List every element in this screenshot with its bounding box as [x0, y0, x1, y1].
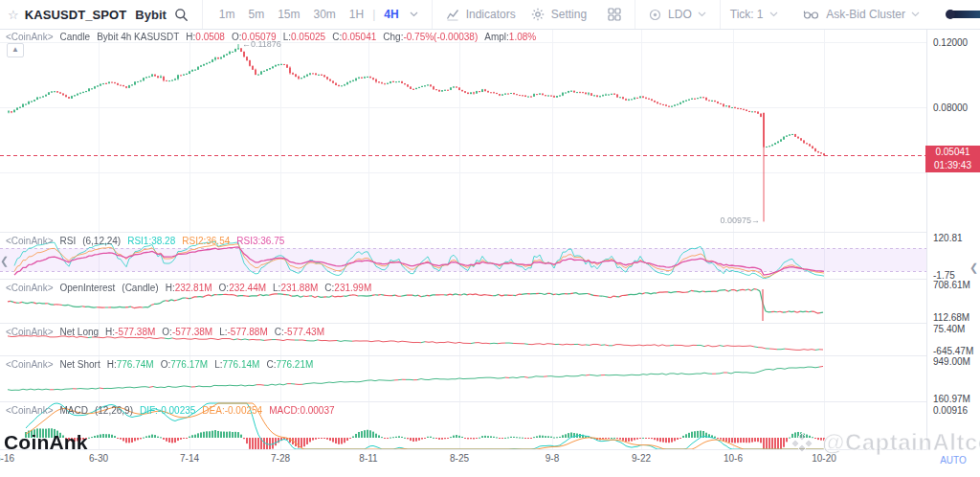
netshort-axis-label: 949.00M	[933, 356, 970, 367]
time-axis-label: 9-22	[632, 453, 651, 464]
netshort-axis-label: 160.97M	[933, 394, 970, 404]
rsi2-value: RSI2:36.54	[182, 236, 230, 246]
heatmap-scale-slider[interactable]	[948, 11, 980, 18]
last-price-badge: 0.05041	[925, 146, 980, 159]
diamond-logo-icon	[791, 431, 813, 454]
timeframe-divider: |	[372, 8, 375, 21]
macd-value: MACD:0.00037	[269, 405, 334, 416]
panel-separator[interactable]	[0, 279, 980, 280]
timeframe-4h-selected[interactable]: 4H	[384, 8, 398, 21]
legend-name: Net Short	[59, 359, 100, 370]
auto-scale-toggle[interactable]: AUTO	[926, 455, 980, 466]
rsi1-value: RSI1:38.28	[127, 236, 175, 246]
chevron-down-icon[interactable]	[698, 11, 706, 17]
scroll-left-handle[interactable]: ❮	[0, 255, 9, 267]
gear-icon[interactable]	[531, 8, 545, 21]
legend-source: <CoinAnk>	[6, 32, 53, 42]
macd-legend: <CoinAnk> MACD (12,26,9) DIF:-0.00235 DE…	[6, 405, 335, 416]
legend-meta: Bybit 4h KASUSDT	[97, 32, 179, 42]
time-axis-label: 6-30	[89, 453, 108, 464]
timeframe-15m[interactable]: 15m	[278, 8, 300, 21]
tick-value[interactable]: 1	[757, 8, 764, 21]
heatmap-gradient-bar[interactable]	[948, 11, 980, 18]
candle-countdown-badge: 01:39:43	[925, 159, 980, 172]
indicators-icon[interactable]	[446, 9, 459, 21]
rsi3-value: RSI3:36.75	[236, 236, 284, 246]
favorite-star-icon[interactable]: ☆	[8, 8, 19, 22]
goggles-icon	[803, 9, 819, 20]
timeframe-1m[interactable]: 1m	[219, 8, 235, 21]
ldo-selector[interactable]: LDO	[668, 8, 692, 21]
rsi-legend: <CoinAnk> RSI (6,12,24) RSI1:38.28 RSI2:…	[6, 236, 284, 246]
ldo-group: LDO	[635, 0, 710, 29]
setting-button[interactable]: Setting	[551, 8, 587, 21]
time-axis-label: 9-8	[546, 453, 559, 464]
legend-name: Candle	[59, 32, 90, 42]
timeframe-5m[interactable]: 5m	[249, 8, 265, 21]
legend-name: Net Long	[59, 327, 99, 337]
time-axis-label: 10-6	[724, 453, 743, 464]
chevron-down-icon[interactable]	[769, 11, 778, 17]
time-axis-label: 8-25	[450, 453, 469, 464]
tick-group: Tick: 1	[720, 0, 783, 29]
price-axis-label: 0.12000	[933, 37, 968, 48]
timeframe-group: 1m 5m 15m 30m 1H | 4H	[202, 0, 422, 29]
dif-value: DIF:-0.00235	[140, 405, 195, 416]
askbid-cluster-toggle[interactable]: Ask-Bid Cluster	[826, 8, 905, 21]
legend-source: <CoinAnk>	[6, 236, 53, 246]
legend-source: <CoinAnk>	[6, 327, 53, 337]
net-short-legend: <CoinAnk> Net Short H:776.74M O:776.17M …	[6, 359, 313, 370]
timeframe-1h[interactable]: 1H	[349, 8, 364, 21]
coin-icon	[649, 9, 661, 21]
chevron-down-icon[interactable]	[410, 11, 418, 17]
tick-label: Tick:	[730, 8, 754, 21]
legend-source: <CoinAnk>	[6, 405, 53, 416]
net-long-legend: <CoinAnk> Net Long H:-577.38M O:-577.38M…	[6, 327, 324, 337]
chevron-down-icon[interactable]	[911, 11, 920, 17]
chart-area: <CoinAnk> Candle Bybit 4h KASUSDT H:0.05…	[0, 29, 980, 469]
panel-separator[interactable]	[0, 401, 980, 402]
netlong-axis-label: -645.47M	[933, 346, 973, 356]
timeframe-30m[interactable]: 30m	[314, 8, 336, 21]
panel-separator[interactable]	[0, 355, 980, 356]
askbid-group: Ask-Bid Cluster	[799, 0, 924, 29]
time-axis-label: 8-11	[359, 453, 377, 464]
exchange-label[interactable]: Bybit	[135, 8, 167, 22]
coinank-app: ☆ KASUSDT_SPOT Bybit 1m 5m 15m 30m 1H | …	[0, 0, 980, 477]
panel-separator[interactable]	[0, 323, 980, 324]
candle-legend: <CoinAnk> Candle Bybit 4h KASUSDT H:0.05…	[6, 32, 536, 42]
price-axis-label: 0.08000	[933, 102, 968, 113]
coinank-watermark: CoinAnk	[4, 431, 88, 454]
legend-params: (6,12,24)	[82, 236, 121, 246]
symbol-label[interactable]: KASUSDT_SPOT	[25, 8, 127, 22]
legend-source: <CoinAnk>	[6, 283, 53, 293]
layout-grid-icon[interactable]	[608, 8, 621, 21]
gradient-min-handle[interactable]	[946, 10, 955, 19]
topbar: ☆ KASUSDT_SPOT Bybit 1m 5m 15m 30m 1H | …	[0, 0, 980, 30]
legend-params: (12,26,9)	[95, 405, 133, 416]
netlong-axis-label: 75.40M	[933, 324, 965, 334]
oi-axis-label: 112.68M	[933, 312, 969, 323]
search-icon[interactable]	[174, 8, 189, 22]
legend-source: <CoinAnk>	[6, 359, 53, 370]
price-axis[interactable]: 0.12000 0.08000 0.05041 01:39:43 120.81 …	[926, 29, 980, 450]
dea-value: DEA:-0.00254	[202, 405, 262, 416]
open-interest-legend: <CoinAnk> OpenInterest (Candle) H:232.81…	[6, 283, 371, 293]
collapse-legend-button[interactable]: ▲	[7, 43, 24, 57]
legend-name: MACD	[59, 405, 87, 416]
macd-axis-label: 0.00916	[933, 405, 968, 416]
time-axis-label: 6-16	[0, 453, 14, 464]
indicators-button[interactable]: Indicators	[466, 8, 516, 21]
legend-name: RSI	[59, 236, 76, 246]
axis-collapse-handle[interactable]: ❮	[969, 261, 978, 274]
legend-name: OpenInterest	[59, 283, 115, 293]
rsi-axis-label: 120.81	[933, 233, 963, 243]
oi-axis-label: 708.61M	[933, 280, 970, 290]
panel-separator[interactable]	[0, 232, 980, 233]
price-candlestick-canvas[interactable]	[0, 29, 926, 233]
captainaltcoin-watermark: @CaptainAltcoin	[787, 429, 980, 456]
watermark-text: @CaptainAltcoin	[822, 429, 980, 456]
time-axis-label: 7-14	[180, 453, 199, 464]
legend-params: (Candle)	[122, 283, 158, 293]
tools-group: Indicators Setting	[432, 0, 625, 29]
